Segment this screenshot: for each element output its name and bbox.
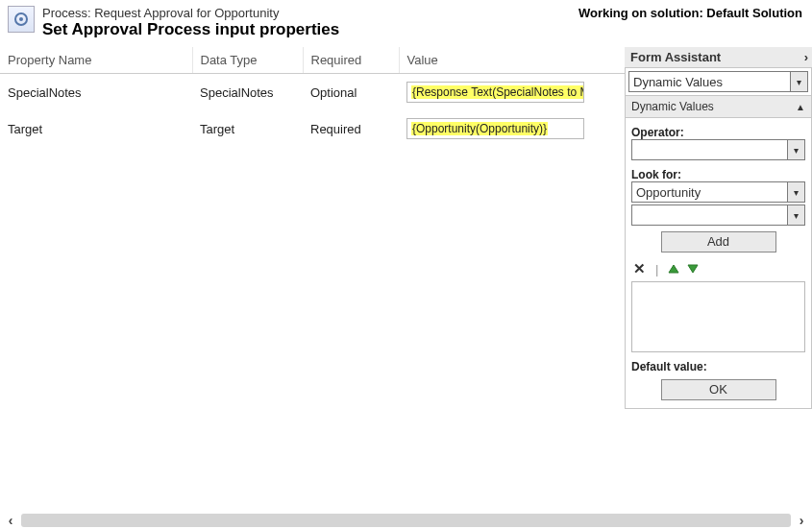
chevron-down-icon[interactable]: ▾ — [787, 182, 804, 202]
process-icon — [8, 6, 35, 33]
move-down-icon[interactable] — [687, 263, 699, 275]
chevron-right-icon[interactable]: › — [804, 50, 808, 64]
form-assistant-panel: Form Assistant › Dynamic Values ▾ Dynami… — [625, 47, 812, 409]
cell-required: Optional — [303, 74, 399, 111]
col-header-value[interactable]: Value — [399, 47, 625, 74]
page-title: Set Approval Process input properties — [42, 20, 804, 39]
operator-select[interactable]: ▾ — [631, 139, 805, 160]
col-header-required[interactable]: Required — [303, 47, 399, 74]
lookfor-entity-select[interactable]: Opportunity ▾ — [631, 181, 805, 203]
col-header-data-type[interactable]: Data Type — [192, 47, 303, 74]
cell-data-type: Target — [192, 110, 303, 147]
scroll-left-icon[interactable]: ‹ — [0, 513, 21, 528]
dynamic-values-section-header[interactable]: Dynamic Values ▲ — [626, 95, 811, 118]
value-token: {Response Text(SpecialNotes to Manage — [411, 85, 584, 99]
table-row: SpecialNotes SpecialNotes Optional {Resp… — [0, 74, 625, 111]
value-token: {Opportunity(Opportunity)} — [411, 122, 548, 135]
horizontal-scrollbar[interactable]: ‹ › — [0, 512, 812, 529]
lookfor-attribute-select[interactable]: ▾ — [631, 204, 805, 226]
cell-property: Target — [0, 110, 192, 147]
cell-data-type: SpecialNotes — [192, 74, 303, 111]
svg-marker-3 — [688, 265, 698, 273]
assistant-title: Form Assistant — [630, 50, 721, 64]
selected-values-list[interactable] — [631, 281, 805, 352]
scroll-right-icon[interactable]: › — [791, 513, 812, 528]
chevron-down-icon[interactable]: ▾ — [787, 205, 804, 225]
assistant-titlebar: Form Assistant › — [625, 47, 812, 68]
svg-marker-2 — [669, 265, 678, 273]
assistant-type-select[interactable]: Dynamic Values ▾ — [628, 71, 808, 92]
ok-button[interactable]: OK — [661, 379, 776, 400]
value-input[interactable]: {Opportunity(Opportunity)} — [406, 118, 584, 139]
chevron-down-icon[interactable]: ▾ — [790, 72, 807, 91]
default-value-label: Default value: — [631, 360, 805, 373]
scrollbar-track[interactable] — [21, 514, 791, 527]
properties-panel: Property Name Data Type Required Value S… — [0, 47, 625, 147]
chevron-down-icon[interactable]: ▾ — [787, 140, 804, 159]
svg-point-1 — [19, 17, 23, 21]
table-row: Target Target Required {Opportunity(Oppo… — [0, 110, 625, 147]
col-header-property-name[interactable]: Property Name — [0, 47, 192, 74]
move-up-icon[interactable] — [668, 263, 679, 275]
working-on-solution: Working on solution: Default Solution — [578, 6, 802, 20]
operator-label: Operator: — [631, 126, 805, 139]
collapse-icon[interactable]: ▲ — [796, 102, 805, 112]
cell-property: SpecialNotes — [0, 74, 192, 111]
cell-required: Required — [303, 110, 399, 147]
add-button[interactable]: Add — [661, 231, 776, 252]
remove-icon[interactable]: ✕ — [633, 260, 646, 277]
lookfor-label: Look for: — [631, 168, 805, 181]
value-input[interactable]: {Response Text(SpecialNotes to Manage — [406, 82, 584, 103]
properties-table: Property Name Data Type Required Value S… — [0, 47, 625, 147]
